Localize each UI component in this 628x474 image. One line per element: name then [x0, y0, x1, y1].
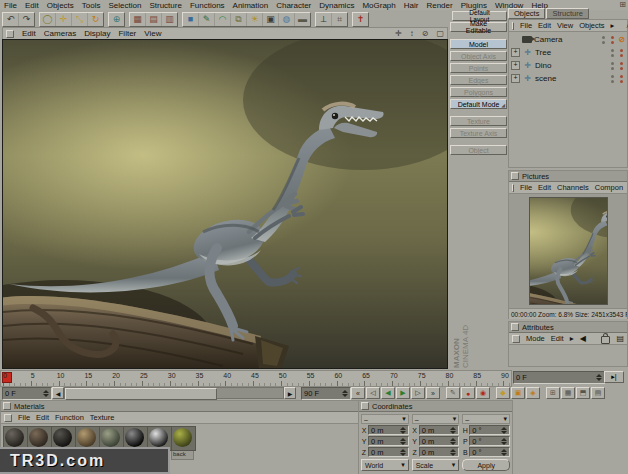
menu-file[interactable]: File — [4, 1, 17, 10]
field-spinner[interactable] — [400, 449, 406, 456]
attributes-menu-edit[interactable]: Edit — [551, 334, 564, 343]
goto-end-button[interactable]: » — [426, 387, 440, 399]
coord-field-world-x[interactable]: 0 m — [368, 425, 409, 435]
axis-lock-icon[interactable]: ⟂ — [316, 13, 332, 26]
pictures-menu-edit[interactable]: Edit — [538, 183, 551, 192]
viewport-menu-cameras[interactable]: Cameras — [44, 29, 76, 38]
record-key-icon[interactable]: ▸| — [604, 371, 624, 383]
menu-edit[interactable]: Edit — [25, 1, 39, 10]
coord-header-1[interactable]: –▾ — [412, 414, 460, 424]
coord-field-world-z[interactable]: 0 m — [368, 447, 409, 457]
tab-objects[interactable]: Objects — [508, 8, 545, 19]
objects-menu-view[interactable]: View — [557, 21, 573, 30]
attributes-grip-icon[interactable] — [512, 335, 520, 343]
objects-menu-objects[interactable]: Objects — [579, 21, 604, 30]
object-button[interactable]: Object — [450, 145, 507, 155]
frame-spinner[interactable] — [43, 390, 49, 397]
keyframe-parameter-toggle[interactable]: ⊞ — [546, 387, 560, 399]
scroll-left-icon[interactable]: ◀ — [52, 387, 64, 399]
objects-grip-icon[interactable] — [512, 22, 514, 30]
step-back-button[interactable]: ◁ — [366, 387, 380, 399]
scale-select[interactable]: Scale▾ — [412, 459, 460, 471]
render-view-icon[interactable]: ▦ — [130, 13, 146, 26]
render-preview-image[interactable] — [529, 197, 608, 305]
default-mode-button[interactable]: Default Mode◢ — [450, 99, 507, 109]
step-forward-button[interactable]: ▷ — [411, 387, 425, 399]
pictures-grip-icon[interactable] — [512, 184, 514, 192]
move-tool-icon[interactable]: ✛ — [56, 13, 72, 26]
timeline-scrollbar[interactable]: ◀ ▶ — [52, 387, 296, 399]
render-settings-icon[interactable]: ▤ — [146, 13, 162, 26]
menu-tools[interactable]: Tools — [82, 1, 101, 10]
world-select[interactable]: World▾ — [361, 459, 409, 471]
attributes-menu-mode[interactable]: Mode — [526, 334, 545, 343]
model-button[interactable]: Model — [450, 39, 507, 49]
panel-grip-icon[interactable] — [511, 172, 519, 180]
keyframe-pla-toggle[interactable]: ▦ — [561, 387, 575, 399]
coord-field-apply-h[interactable]: 0 ° — [469, 425, 510, 435]
viewport-menu-edit[interactable]: Edit — [22, 29, 36, 38]
coord-field-scale-y[interactable]: 0 m — [419, 436, 460, 446]
record-keyframe-button[interactable]: ● — [461, 387, 475, 399]
timeline-ruler[interactable]: 051015202530354045505560657075808590 — [0, 370, 512, 387]
render-toggle-dots[interactable] — [620, 49, 623, 57]
current-frame-field[interactable]: 0 F — [513, 371, 605, 384]
object-row-tree[interactable]: +✛Tree — [509, 46, 627, 59]
play-backward-button[interactable]: ◀ — [381, 387, 395, 399]
points-button[interactable]: Points — [450, 63, 507, 73]
field-spinner[interactable] — [501, 438, 507, 445]
render-toggle-dots[interactable] — [620, 75, 623, 83]
add-nurbs-icon[interactable]: ◠ — [215, 13, 231, 26]
object-row-scene[interactable]: +✛scene — [509, 72, 627, 85]
field-spinner[interactable] — [450, 427, 456, 434]
menu-expand-arrow-icon[interactable]: ▸ — [611, 21, 615, 30]
snap-icon[interactable]: ⌗ — [332, 13, 347, 26]
timeline-scroll-thumb[interactable] — [65, 388, 217, 400]
protection-tag-icon[interactable]: ⊘ — [618, 35, 625, 44]
field-spinner[interactable] — [450, 438, 456, 445]
menu-mograph[interactable]: MoGraph — [362, 1, 395, 10]
coord-header-2[interactable]: –▾ — [462, 414, 510, 424]
coord-field-world-y[interactable]: 0 m — [368, 436, 409, 446]
add-camera-icon[interactable]: ▣ — [263, 13, 279, 26]
texture-axis-button[interactable]: Texture Axis — [450, 128, 507, 138]
keyframe-position-toggle[interactable]: ◆ — [496, 387, 510, 399]
menu-structure[interactable]: Structure — [149, 1, 181, 10]
scale-tool-icon[interactable]: ⤡ — [72, 13, 88, 26]
coord-field-scale-z[interactable]: 0 m — [419, 447, 460, 457]
object-row-dino[interactable]: +✛Dino — [509, 59, 627, 72]
expander-icon[interactable]: + — [511, 61, 520, 70]
expander-icon[interactable]: + — [511, 74, 520, 83]
edges-button[interactable]: Edges — [450, 75, 507, 85]
coordinate-system-icon[interactable]: ⊕ — [109, 13, 124, 26]
menu-dynamics[interactable]: Dynamics — [319, 1, 354, 10]
expander-icon[interactable]: + — [511, 48, 520, 57]
live-selection-icon[interactable]: ◯ — [40, 13, 56, 26]
rotate-tool-icon[interactable]: ↻ — [88, 13, 103, 26]
lock-icon[interactable] — [601, 336, 610, 344]
materials-grip-icon[interactable] — [4, 414, 12, 422]
objects-menu-edit[interactable]: Edit — [538, 21, 551, 30]
polygons-button[interactable]: Polygons — [450, 87, 507, 97]
panel-grip-icon[interactable] — [3, 402, 11, 410]
texture-button[interactable]: Texture — [450, 116, 507, 126]
pictures-menu-compon[interactable]: Compon — [595, 183, 623, 192]
goto-start-button[interactable]: « — [351, 387, 365, 399]
start-frame-field[interactable]: 0 F — [2, 387, 52, 400]
history-forward-icon[interactable]: ▸ — [570, 334, 574, 343]
tab-structure[interactable]: Structure — [546, 8, 588, 19]
pictures-menu-channels[interactable]: Channels — [557, 183, 589, 192]
viewport-canvas[interactable] — [2, 39, 448, 369]
add-cube-icon[interactable]: ■ — [183, 13, 199, 26]
bodypaint-icon[interactable]: ✝ — [353, 13, 368, 26]
keyframe-scale-toggle[interactable]: ▣ — [511, 387, 525, 399]
add-floor-icon[interactable]: ▬ — [295, 13, 310, 26]
keyframe-selection-toggle[interactable]: ⬒ — [576, 387, 590, 399]
frame-spinner[interactable] — [596, 374, 602, 381]
materials-menu-texture[interactable]: Texture — [90, 413, 115, 422]
field-spinner[interactable] — [501, 449, 507, 456]
add-spline-icon[interactable]: ✎ — [199, 13, 215, 26]
materials-menu-function[interactable]: Function — [55, 413, 84, 422]
render-queue-icon[interactable]: ▥ — [162, 13, 177, 26]
menu-render[interactable]: Render — [426, 1, 452, 10]
